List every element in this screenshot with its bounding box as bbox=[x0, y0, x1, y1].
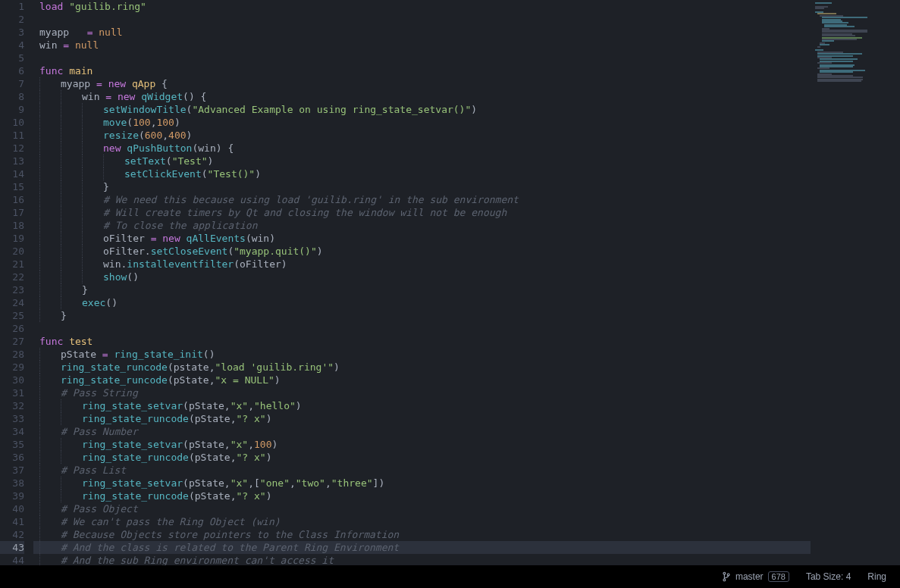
line-number[interactable]: 36 bbox=[0, 451, 24, 464]
line-number[interactable]: 1 bbox=[0, 0, 24, 13]
code-line[interactable]: ring_state_runcode(pState,"? x") bbox=[33, 489, 900, 502]
line-number[interactable]: 42 bbox=[0, 528, 24, 541]
line-number[interactable]: 7 bbox=[0, 77, 24, 90]
code-line[interactable]: func main bbox=[33, 64, 900, 77]
branch-name: master bbox=[735, 571, 764, 582]
line-number[interactable]: 5 bbox=[0, 52, 24, 64]
code-line[interactable]: pState = ring_state_init() bbox=[33, 348, 900, 361]
code-line[interactable]: ring_state_runcode(pState,"? x") bbox=[33, 412, 900, 425]
code-line[interactable]: load "guilib.ring" bbox=[33, 0, 900, 13]
code-editor[interactable]: 1234567891011121314151617181920212223242… bbox=[0, 0, 900, 565]
line-number[interactable]: 22 bbox=[0, 271, 24, 283]
line-number[interactable]: 10 bbox=[0, 116, 24, 129]
tab-size-indicator[interactable]: Tab Size: 4 bbox=[806, 571, 851, 582]
line-number[interactable]: 34 bbox=[0, 425, 24, 438]
line-number[interactable]: 16 bbox=[0, 193, 24, 206]
line-number[interactable]: 4 bbox=[0, 39, 24, 52]
line-number[interactable]: 23 bbox=[0, 283, 24, 296]
svg-point-2 bbox=[727, 574, 729, 576]
code-line[interactable]: ring_state_setvar(pState,"x",100) bbox=[33, 438, 900, 451]
language-indicator[interactable]: Ring bbox=[867, 571, 886, 582]
line-number[interactable]: 11 bbox=[0, 129, 24, 142]
code-line[interactable]: ring_state_runcode(pState,"x = NULL") bbox=[33, 374, 900, 386]
line-number[interactable]: 8 bbox=[0, 90, 24, 103]
line-number[interactable]: 2 bbox=[0, 13, 24, 26]
code-line[interactable]: } bbox=[33, 283, 900, 296]
code-line[interactable]: resize(600,400) bbox=[33, 129, 900, 142]
code-line[interactable]: # Pass List bbox=[33, 464, 900, 477]
line-number[interactable]: 29 bbox=[0, 361, 24, 374]
line-number[interactable]: 18 bbox=[0, 219, 24, 232]
code-area[interactable]: load "guilib.ring"myapp = nullwin = null… bbox=[33, 0, 900, 565]
line-number[interactable]: 38 bbox=[0, 477, 24, 489]
code-line[interactable]: myapp = new qApp { bbox=[33, 77, 900, 90]
line-number[interactable]: 30 bbox=[0, 374, 24, 386]
status-bar: master 678 Tab Size: 4 Ring bbox=[0, 565, 900, 588]
git-branch-icon bbox=[722, 571, 731, 582]
code-line[interactable]: new qPushButton(win) { bbox=[33, 142, 900, 155]
code-line[interactable]: # Pass Object bbox=[33, 502, 900, 515]
code-line[interactable]: # Pass Number bbox=[33, 425, 900, 438]
code-line[interactable]: ring_state_setvar(pState,"x","hello") bbox=[33, 399, 900, 412]
code-line[interactable]: setWindowTitle("Advanced Example on usin… bbox=[33, 103, 900, 116]
git-branch-indicator[interactable]: master 678 bbox=[722, 571, 789, 582]
code-line[interactable]: # And the class is related to the Parent… bbox=[33, 541, 900, 554]
svg-point-0 bbox=[723, 572, 726, 574]
code-line[interactable]: move(100,100) bbox=[33, 116, 900, 129]
line-number[interactable]: 40 bbox=[0, 502, 24, 515]
line-number[interactable]: 19 bbox=[0, 232, 24, 245]
code-line[interactable]: exec() bbox=[33, 296, 900, 309]
line-number[interactable]: 33 bbox=[0, 412, 24, 425]
code-line[interactable]: show() bbox=[33, 271, 900, 283]
svg-point-1 bbox=[723, 579, 726, 581]
code-line[interactable]: ring_state_runcode(pState,"? x") bbox=[33, 451, 900, 464]
line-number[interactable]: 39 bbox=[0, 489, 24, 502]
line-number[interactable]: 24 bbox=[0, 296, 24, 309]
line-number[interactable]: 6 bbox=[0, 64, 24, 77]
code-line[interactable]: myapp = null bbox=[33, 26, 900, 39]
code-line[interactable]: # We need this because using load 'guili… bbox=[33, 193, 900, 206]
code-line[interactable]: win.installeventfilter(oFilter) bbox=[33, 258, 900, 271]
code-line[interactable]: } bbox=[33, 180, 900, 193]
line-number[interactable]: 20 bbox=[0, 245, 24, 258]
code-line[interactable]: oFilter.setCloseEvent("myapp.quit()") bbox=[33, 245, 900, 258]
code-line[interactable]: oFilter = new qAllEvents(win) bbox=[33, 232, 900, 245]
line-number[interactable]: 3 bbox=[0, 26, 24, 39]
code-line[interactable]: ring_state_runcode(pstate,"load 'guilib.… bbox=[33, 361, 900, 374]
code-line[interactable]: ring_state_setvar(pState,"x",["one","two… bbox=[33, 477, 900, 489]
line-number[interactable]: 12 bbox=[0, 142, 24, 155]
line-number[interactable]: 41 bbox=[0, 515, 24, 528]
git-change-count: 678 bbox=[768, 571, 789, 582]
line-number[interactable]: 25 bbox=[0, 309, 24, 322]
code-line[interactable]: # Will create timers by Qt and closing t… bbox=[33, 206, 900, 219]
code-line[interactable]: setText("Test") bbox=[33, 155, 900, 167]
code-line[interactable]: # Pass String bbox=[33, 386, 900, 399]
code-line[interactable]: # We can't pass the Ring Object (win) bbox=[33, 515, 900, 528]
line-number[interactable]: 43 bbox=[0, 541, 24, 554]
line-number[interactable]: 9 bbox=[0, 103, 24, 116]
line-number-gutter[interactable]: 1234567891011121314151617181920212223242… bbox=[0, 0, 33, 565]
code-line[interactable]: setClickEvent("Test()") bbox=[33, 167, 900, 180]
line-number[interactable]: 31 bbox=[0, 386, 24, 399]
line-number[interactable]: 28 bbox=[0, 348, 24, 361]
line-number[interactable]: 21 bbox=[0, 258, 24, 271]
line-number[interactable]: 27 bbox=[0, 335, 24, 348]
code-line[interactable] bbox=[33, 322, 900, 335]
line-number[interactable]: 35 bbox=[0, 438, 24, 451]
code-line[interactable]: # Because Objects store pointers to the … bbox=[33, 528, 900, 541]
line-number[interactable]: 26 bbox=[0, 322, 24, 335]
minimap[interactable] bbox=[811, 0, 900, 565]
code-line[interactable]: win = null bbox=[33, 39, 900, 52]
code-line[interactable]: win = new qWidget() { bbox=[33, 90, 900, 103]
line-number[interactable]: 32 bbox=[0, 399, 24, 412]
line-number[interactable]: 17 bbox=[0, 206, 24, 219]
line-number[interactable]: 14 bbox=[0, 167, 24, 180]
code-line[interactable]: # To close the application bbox=[33, 219, 900, 232]
line-number[interactable]: 13 bbox=[0, 155, 24, 167]
line-number[interactable]: 37 bbox=[0, 464, 24, 477]
code-line[interactable]: } bbox=[33, 309, 900, 322]
code-line[interactable] bbox=[33, 52, 900, 64]
code-line[interactable] bbox=[33, 13, 900, 26]
code-line[interactable]: func test bbox=[33, 335, 900, 348]
line-number[interactable]: 15 bbox=[0, 180, 24, 193]
